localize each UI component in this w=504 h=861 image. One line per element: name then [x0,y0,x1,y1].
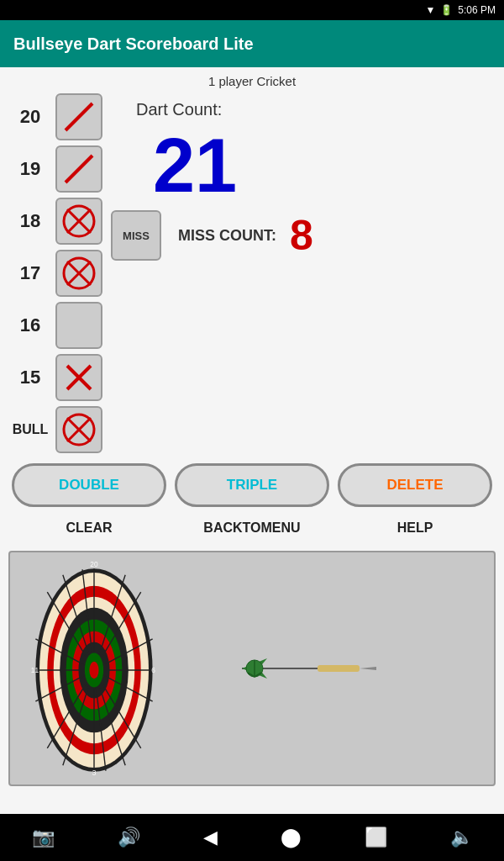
back-to-menu-button[interactable]: BACKTOMENU [175,512,329,544]
miss-area: MISS MISS COUNT: 8 [111,210,313,261]
miss-count-label: MISS COUNT: [178,227,276,245]
dartboard-svg: 20 3 11 6 [27,561,161,779]
num-label-bull: BULL [8,422,52,437]
triple-button[interactable]: TRIPLE [175,463,329,507]
status-time: 5:06 PM [458,4,496,16]
recents-icon[interactable]: ⬜ [365,827,387,848]
dartboard-area: 20 3 11 6 [8,551,496,786]
delete-button[interactable]: DELETE [338,463,492,507]
subtitle: 1 player Cricket [0,67,504,92]
score-row-15[interactable]: 15 [8,352,102,403]
app-header: Bullseye Dart Scoreboard Lite [0,20,504,67]
volume-icon[interactable]: 🔊 [118,827,140,848]
score-box-bull[interactable] [55,406,102,453]
back-icon[interactable]: ◀ [203,827,218,848]
main-content: 1 player Cricket 20 19 [0,67,504,814]
miss-count-value: 8 [290,214,313,256]
svg-text:11: 11 [31,666,39,674]
score-area: 20 19 18 [0,92,504,455]
dart-flying [242,652,410,685]
svg-text:6: 6 [151,666,155,674]
score-row-16[interactable]: 16 [8,300,102,351]
double-button-label: DOUBLE [59,477,119,494]
status-bar: ▼ 🔋 5:06 PM [0,0,504,20]
score-row-17[interactable]: 17 [8,248,102,298]
right-column: Dart Count: 21 MISS MISS COUNT: 8 [111,92,496,455]
num-label-17: 17 [8,262,52,284]
double-button[interactable]: DOUBLE [12,463,166,507]
camera-icon[interactable]: 📷 [32,827,55,848]
miss-box-label: MISS [123,230,150,242]
buttons-row: DOUBLE TRIPLE DELETE [0,455,504,510]
bottom-row: CLEAR BACKTOMENU HELP [0,510,504,551]
svg-text:3: 3 [92,769,97,777]
num-label-16: 16 [8,314,52,336]
svg-text:20: 20 [90,561,98,568]
delete-button-label: DELETE [386,477,443,494]
left-column: 20 19 18 [8,92,102,455]
score-box-15[interactable] [55,354,102,401]
svg-point-31 [89,662,98,679]
num-label-18: 18 [8,210,52,232]
num-label-20: 20 [8,106,52,128]
score-box-17[interactable] [55,250,102,297]
miss-box[interactable]: MISS [111,210,161,261]
triple-button-label: TRIPLE [227,477,277,494]
score-box-20[interactable] [55,93,102,140]
help-button[interactable]: HELP [338,512,492,544]
score-row-19[interactable]: 19 [8,144,102,194]
home-icon[interactable]: ⬤ [281,827,302,848]
num-label-19: 19 [8,158,52,180]
score-box-19[interactable] [55,145,102,193]
dart-count-value: 21 [153,128,237,203]
wifi-icon: ▼ [425,4,435,16]
svg-line-1 [66,156,92,182]
score-row-18[interactable]: 18 [8,196,102,246]
dart-count-label: Dart Count: [136,100,222,119]
score-row-20[interactable]: 20 [8,92,102,142]
score-box-18[interactable] [55,198,102,245]
svg-marker-38 [360,667,376,670]
sound-icon[interactable]: 🔈 [450,827,473,848]
score-row-bull[interactable]: BULL [8,404,102,455]
app-title: Bullseye Dart Scoreboard Lite [13,34,254,54]
miss-count-area: MISS COUNT: 8 [178,214,313,256]
battery-icon: 🔋 [440,4,453,16]
svg-line-0 [66,103,92,130]
num-label-15: 15 [8,367,52,388]
bottom-nav: 📷 🔊 ◀ ⬤ ⬜ 🔈 [0,814,504,861]
svg-rect-37 [318,665,360,672]
clear-button[interactable]: CLEAR [12,512,166,544]
score-box-16[interactable] [55,302,102,349]
